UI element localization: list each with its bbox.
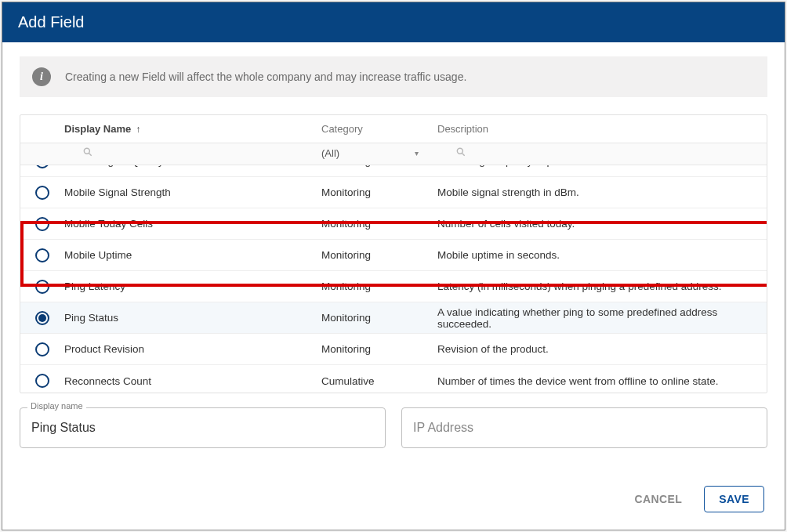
sort-ascending-icon: ↑ <box>136 124 140 135</box>
table-row[interactable]: Reconnects CountCumulativeNumber of time… <box>20 365 767 393</box>
row-radio[interactable] <box>35 374 49 388</box>
filter-category-select[interactable]: (All) ▾ <box>321 147 437 159</box>
table-row[interactable]: Mobile Signal QualityMonitoringMobile si… <box>20 165 767 177</box>
row-description: Mobile signal strength in dBm. <box>437 186 767 198</box>
fields-table: Display Name ↑ Category Description (All… <box>20 114 767 393</box>
row-category: Monitoring <box>321 218 437 230</box>
row-name: Mobile Signal Quality <box>64 165 321 167</box>
inputs-row: Display name <box>20 407 767 448</box>
row-radio[interactable] <box>35 186 49 200</box>
header-display-name[interactable]: Display Name ↑ <box>64 123 321 135</box>
row-name: Ping Latency <box>64 280 321 292</box>
row-name: Reconnects Count <box>64 375 321 387</box>
display-name-input-wrap: Display name <box>20 407 386 448</box>
row-name: Mobile Today Cells <box>64 218 321 230</box>
table-row[interactable]: Mobile UptimeMonitoringMobile uptime in … <box>20 240 767 271</box>
row-description: Number of cells visited today. <box>437 218 767 230</box>
table-header: Display Name ↑ Category Description <box>20 115 767 143</box>
row-name: Product Revision <box>64 343 321 355</box>
row-radio[interactable] <box>35 217 49 231</box>
display-name-input[interactable] <box>20 407 386 448</box>
ip-address-input[interactable] <box>401 407 767 448</box>
row-category: Monitoring <box>321 280 437 292</box>
table-row[interactable]: Mobile Today CellsMonitoringNumber of ce… <box>20 208 767 240</box>
search-icon <box>455 147 466 157</box>
row-radio[interactable] <box>35 311 49 325</box>
search-icon <box>82 147 93 157</box>
display-name-label: Display name <box>27 401 86 411</box>
row-radio[interactable] <box>35 165 49 168</box>
row-description: Revision of the product. <box>437 343 767 355</box>
row-description: Mobile signal quality in percent. <box>437 165 767 167</box>
info-icon: i <box>32 67 51 86</box>
row-category: Monitoring <box>321 312 437 324</box>
svg-point-0 <box>84 148 89 154</box>
rows-viewport[interactable]: Mobile Signal QualityMonitoringMobile si… <box>20 165 767 393</box>
row-description: Mobile uptime in seconds. <box>437 249 767 261</box>
filter-category-value: (All) <box>321 147 339 159</box>
row-name: Mobile Uptime <box>64 249 321 261</box>
row-category: Monitoring <box>321 186 437 198</box>
row-name: Ping Status <box>64 312 321 324</box>
ip-address-input-wrap <box>401 407 767 448</box>
info-banner: i Creating a new Field will affect the w… <box>20 56 767 97</box>
table-row[interactable]: Product RevisionMonitoringRevision of th… <box>20 334 767 365</box>
row-radio[interactable] <box>35 280 49 294</box>
row-radio[interactable] <box>35 342 49 356</box>
row-description: Number of times the device went from off… <box>437 375 767 387</box>
header-category[interactable]: Category <box>321 123 437 135</box>
header-display-name-label: Display Name <box>64 123 131 135</box>
cancel-button[interactable]: CANCEL <box>627 487 691 512</box>
filter-name-search[interactable] <box>64 147 321 160</box>
table-row[interactable]: Mobile Signal StrengthMonitoringMobile s… <box>20 177 767 208</box>
filter-description-search[interactable] <box>437 147 767 160</box>
header-description[interactable]: Description <box>437 123 767 135</box>
row-radio[interactable] <box>35 248 49 262</box>
row-category: Cumulative <box>321 375 437 387</box>
row-category: Monitoring <box>321 343 437 355</box>
table-row[interactable]: Ping StatusMonitoringA value indicating … <box>20 302 767 334</box>
svg-line-3 <box>462 153 464 155</box>
info-text: Creating a new Field will affect the who… <box>65 71 466 83</box>
table-row[interactable]: Ping LatencyMonitoringLatency (in milise… <box>20 271 767 302</box>
save-button[interactable]: SAVE <box>704 486 764 512</box>
dialog-footer: CANCEL SAVE <box>2 469 785 530</box>
svg-line-1 <box>89 153 91 155</box>
row-category: Monitoring <box>321 165 437 167</box>
row-description: A value indicating whether ping to some … <box>437 306 767 330</box>
svg-point-2 <box>457 148 462 154</box>
row-category: Monitoring <box>321 249 437 261</box>
dialog-body: i Creating a new Field will affect the w… <box>2 42 785 469</box>
chevron-down-icon: ▾ <box>415 149 419 157</box>
add-field-dialog: Add Field i Creating a new Field will af… <box>2 2 785 530</box>
row-description: Latency (in miliseconds) when pinging a … <box>437 280 767 292</box>
filter-row: (All) ▾ <box>20 143 767 165</box>
row-name: Mobile Signal Strength <box>64 186 321 198</box>
dialog-title: Add Field <box>2 2 785 42</box>
